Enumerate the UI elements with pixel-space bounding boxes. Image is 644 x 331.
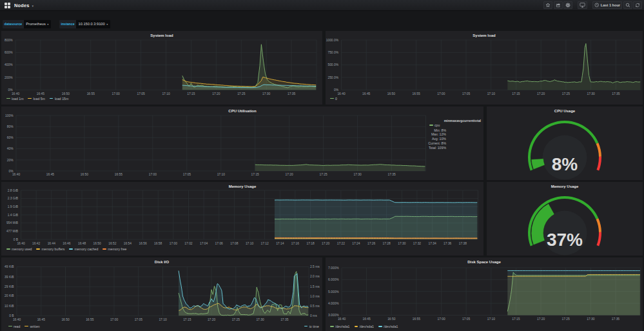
dashboard-title[interactable]: Nodes [14,3,30,8]
share-button[interactable] [554,1,563,9]
panel-memory-usage-graph: Memory Usage 0 B477 MiB954 MiB1.4 GiB1.9… [1,182,483,256]
legend-color-dash [6,248,10,250]
legend-item[interactable]: memory buffers [36,247,64,251]
variable-instance-value[interactable]: 10.150.0.3:9100▾ [76,20,110,28]
y-axis-tick-label: 3.000% [328,314,339,317]
legend-color-dash [36,248,40,250]
legend-item[interactable]: memory cached [69,247,98,251]
x-axis-tick-label: 17:15 [512,317,520,321]
legend-label: written [30,325,39,328]
series-fill--dev-sda1 [507,270,640,315]
legend-item[interactable]: /dev/sda1 [378,325,398,328]
cycle-view-button[interactable] [578,1,587,9]
y-axis-tick-label: 1000.0% [326,39,339,42]
legend-color-dash [330,326,334,327]
x-axis-tick-label: 16:40 [17,242,25,245]
legend-item[interactable]: read [8,325,20,328]
chart-legend: readwritten [8,325,40,328]
chart-legend: load 1mload 5mload 15m [6,97,68,101]
chart-canvas[interactable]: 0 B477 MiB954 MiB1.4 GiB1.9 GiB2.3 GiB2.… [1,182,483,256]
dashboard-grid-icon[interactable] [5,3,10,8]
x-axis-tick-label: 17:22 [337,242,346,245]
chart-series [507,43,640,90]
x-axis-tick-label: 17:32 [413,242,422,245]
chart-canvas[interactable]: 0 B10 KiB20 KiB29 KiB39 KiB49 KiB0 ms0.5… [1,257,322,331]
x-axis-tick-label: 17:00 [112,92,121,95]
chevron-down-icon: ▾ [106,23,108,26]
x-axis-tick-label: 16:55 [86,318,94,321]
y-axis-tick-label: 29 KiB [5,285,14,288]
star-button[interactable] [543,1,552,9]
y-axis-tick-label: 477 MiB [6,230,18,233]
x-axis-tick-label: 17:35 [280,318,289,321]
x-axis-tick-label: 17:05 [135,318,143,321]
refresh-button[interactable] [633,1,642,9]
x-axis-tick-label: 17:30 [353,173,362,176]
x-axis-tick-label: 17:15 [512,92,520,95]
x-axis-tick-label: 17:16 [291,242,300,245]
series-fill-io-time [179,271,308,316]
legend-label: load 1m [12,97,23,101]
x-axis-tick-label: 17:04 [200,242,208,245]
legend-item[interactable]: memory used [6,247,32,251]
legend-color-dash [355,326,358,327]
time-range-label: Last 1 hour [601,3,620,7]
x-axis-tick-label: 16:44 [48,242,56,245]
legend-stat: Avg: 10% [426,137,446,141]
x-axis-tick-label: 17:30 [398,242,406,245]
x-axis-tick-label: 17:12 [261,242,269,245]
chart-grid [16,115,426,171]
legend-stat: Total: 109% [426,146,446,150]
chevron-down-icon[interactable]: ▾ [32,4,34,8]
y2-axis-tick-label: 0 ms [310,314,317,317]
legend-label: cpu [434,123,440,127]
chart-canvas[interactable]: 0%250.0%500.0%750.0%1000.0%16:4016:4516:… [326,31,643,105]
legend-item[interactable]: memory free [102,247,126,251]
legend-item[interactable]: /dev/sda1 [355,325,375,328]
zoom-out-button[interactable] [623,1,632,9]
chart-canvas[interactable]: 0%20%40%60%80%100%16:4016:4516:5016:5517… [1,106,483,180]
x-axis-tick-label: 16:55 [87,92,95,95]
series-line-load-1m [182,45,316,88]
legend-item[interactable]: io time [304,325,319,328]
time-range-picker[interactable]: Last 1 hour [592,1,622,9]
y-axis-tick-label: 250.0% [327,76,338,79]
x-axis-tick-label: 17:20 [212,92,220,95]
x-axis-tick-label: 16:40 [338,317,346,321]
legend-label: /dev/sda1 [360,325,375,328]
legend-item[interactable]: load 5m [28,97,44,101]
legend-item[interactable]: cpu [429,123,481,127]
x-axis-tick-label: 17:15 [183,318,191,321]
legend-item[interactable]: load 15m [50,97,68,101]
y-axis-tick-label: 954 MiB [6,221,18,225]
legend-item[interactable]: load 1m [6,97,23,101]
panel-system-load-left: System load 0%200%400%600%800%16:4016:45… [1,31,322,105]
legend-color-dash [28,98,32,99]
chart-legend: /dev/sda1/dev/sda1/dev/sda1 [330,325,398,328]
chart-series [255,165,425,171]
y-axis-tick-label: 10 KiB [5,305,14,308]
legend-color-dash [8,326,12,327]
y-axis-tick-label: 800% [5,39,13,42]
chart-canvas[interactable]: 3.000%4.000%5.000%6.000%7.000%16:4016:45… [326,257,643,331]
x-axis-tick-label: 17:00 [170,242,178,245]
legend-item[interactable]: written [24,325,39,328]
y2-axis-tick-label: 2.5 ms [310,265,320,268]
chart-legend-table: minmaxavgcurrenttotalcpuMin: 8%Max: 12%A… [425,119,481,150]
panel-disk-space-usage: Disk Space Usage 3.000%4.000%5.000%6.000… [326,257,643,331]
y2-axis-tick-label: 2.0 ms [310,275,320,278]
settings-button[interactable] [563,1,572,9]
y-axis-tick-label: 60% [7,136,14,139]
x-axis-tick-label: 17:28 [383,242,391,245]
y-axis-tick-label: 2.8 GiB [8,189,18,192]
x-axis-tick-label: 17:00 [110,318,119,321]
chart-canvas[interactable]: 0%200%400%600%800%16:4016:4516:5016:5517… [1,31,322,105]
legend-item[interactable]: /dev/sda1 [330,325,350,328]
chart-series [275,200,477,239]
y-axis-tick-label: 0% [334,88,339,92]
x-axis-tick-label: 17:35 [612,92,620,95]
legend-item[interactable]: 0 [330,97,337,101]
variable-datasource-label: datasource [3,20,24,28]
variable-datasource-value[interactable]: Prometheus▾ [24,20,51,28]
panel-cpu-utilisation: CPU Utilisation 0%20%40%60%80%100%16:401… [1,106,483,180]
